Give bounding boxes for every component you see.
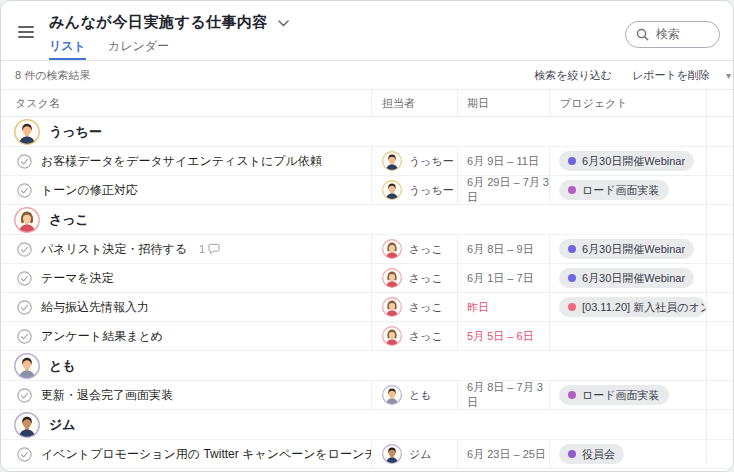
- assignee-name: うっちー: [409, 154, 454, 169]
- group-header-row[interactable]: とも: [1, 351, 733, 381]
- project-label: ロード画面実装: [582, 183, 660, 198]
- task-title[interactable]: 更新・退会完了画面実装: [41, 387, 173, 404]
- project-color-dot: [568, 450, 576, 458]
- table-row[interactable]: テーマを決定 さっこ 6月 1日 – 7日 6月30日開催Webinar: [1, 264, 733, 293]
- group-name: さっこ: [49, 211, 89, 229]
- assignee-avatar: [382, 326, 402, 346]
- chevron-down-icon[interactable]: [278, 20, 289, 27]
- due-date: 5月 5日 – 6日: [467, 329, 534, 344]
- task-title[interactable]: お客様データをデータサイエンティストにプル依頼: [41, 153, 322, 170]
- tab-list[interactable]: リスト: [49, 38, 86, 60]
- comment-count: 1: [199, 243, 220, 255]
- check-circle-icon[interactable]: [17, 300, 32, 315]
- hamburger-icon[interactable]: [18, 26, 34, 41]
- group-name: とも: [49, 357, 76, 375]
- results-toolbar: 8 件の検索結果 検索を絞り込む レポートを削除 ▾: [1, 61, 733, 90]
- column-header-due-date[interactable]: 期日: [458, 90, 550, 116]
- task-title[interactable]: パネリスト決定・招待する: [41, 241, 187, 258]
- due-date: 6月 8日 – 9日: [467, 242, 534, 257]
- check-circle-icon[interactable]: [17, 242, 32, 257]
- task-table-body: うっちー お客様データをデータサイエンティストにプル依頼 うっちー 6月 9日 …: [1, 117, 733, 469]
- group-name: ジム: [49, 416, 76, 434]
- tab-calendar[interactable]: カレンダー: [108, 38, 169, 60]
- table-row[interactable]: アンケート結果まとめ さっこ 5月 5日 – 6日: [1, 322, 733, 351]
- assignee-avatar: [14, 119, 40, 145]
- project-label: 6月30日開催Webinar: [582, 271, 685, 286]
- task-title[interactable]: イベントプロモーション用の Twitter キャンペーンをローンチ: [41, 446, 372, 463]
- due-date: 昨日: [467, 300, 489, 315]
- group-header-row[interactable]: うっちー: [1, 117, 733, 147]
- task-title[interactable]: テーマを決定: [41, 270, 114, 287]
- table-row[interactable]: 更新・退会完了画面実装 とも 6月 8日 – 7月 3日 ロード画面実装: [1, 381, 733, 410]
- assignee-name: さっこ: [409, 329, 443, 344]
- column-header-task-name[interactable]: タスク名: [1, 90, 372, 116]
- assignee-name: さっこ: [409, 300, 443, 315]
- due-date: 6月 8日 – 7月 3日: [467, 381, 549, 409]
- assignee-name: さっこ: [409, 271, 443, 286]
- table-row[interactable]: イベントプロモーション用の Twitter キャンペーンをローンチ ジム 6月 …: [1, 440, 733, 469]
- assignee-avatar: [14, 207, 40, 233]
- check-circle-icon[interactable]: [17, 271, 32, 286]
- search-icon: [636, 28, 649, 41]
- report-window: みんなが今日実施する仕事内容 リスト カレンダー 検索 8 件の検索結果 検索を…: [0, 0, 734, 472]
- check-circle-icon[interactable]: [17, 447, 32, 462]
- project-tag[interactable]: 6月30日開催Webinar: [559, 239, 694, 259]
- assignee-name: とも: [409, 388, 432, 403]
- refine-search-link[interactable]: 検索を絞り込む: [534, 68, 612, 83]
- page-title: みんなが今日実施する仕事内容: [49, 13, 268, 32]
- project-tag[interactable]: 役員会: [559, 444, 624, 464]
- column-header-project[interactable]: プロジェクト: [550, 90, 706, 116]
- search-placeholder: 検索: [656, 26, 680, 43]
- task-title[interactable]: 給与振込先情報入力: [41, 299, 149, 316]
- project-tag[interactable]: [03.11.20] 新入社員のオンボーデ…: [559, 297, 706, 317]
- table-row[interactable]: パネリスト決定・招待する 1 さっこ 6月 8日 – 9日: [1, 235, 733, 264]
- project-color-dot: [568, 274, 576, 282]
- project-tag[interactable]: ロード画面実装: [559, 180, 669, 200]
- check-circle-icon[interactable]: [17, 154, 32, 169]
- assignee-avatar: [382, 239, 402, 259]
- clipped-overflow-mark: ▾: [726, 70, 731, 81]
- project-label: ロード画面実装: [582, 388, 660, 403]
- assignee-avatar: [382, 180, 402, 200]
- project-color-dot: [568, 245, 576, 253]
- check-circle-icon[interactable]: [17, 183, 32, 198]
- task-title[interactable]: アンケート結果まとめ: [41, 328, 163, 345]
- project-label: 役員会: [582, 447, 615, 462]
- check-circle-icon[interactable]: [17, 329, 32, 344]
- project-color-dot: [568, 186, 576, 194]
- assignee-name: ジム: [409, 447, 432, 462]
- group-header-row[interactable]: ジム: [1, 410, 733, 440]
- due-date: 6月 1日 – 7日: [467, 271, 534, 286]
- header: みんなが今日実施する仕事内容 リスト カレンダー 検索: [1, 1, 733, 61]
- assignee-avatar: [14, 353, 40, 379]
- due-date: 6月 23日 – 25日: [467, 447, 546, 462]
- assignee-name: うっちー: [409, 183, 454, 198]
- table-row[interactable]: 給与振込先情報入力 さっこ 昨日 [03.11.20] 新入社員のオンボーデ…: [1, 293, 733, 322]
- results-count: 8 件の検索結果: [15, 68, 90, 83]
- project-label: 6月30日開催Webinar: [582, 154, 685, 169]
- project-tag[interactable]: 6月30日開催Webinar: [559, 151, 694, 171]
- search-input[interactable]: 検索: [625, 21, 720, 48]
- project-tag[interactable]: 6月30日開催Webinar: [559, 268, 694, 288]
- assignee-avatar: [14, 412, 40, 438]
- due-date: 6月 9日 – 11日: [467, 154, 539, 169]
- project-tag[interactable]: ロード画面実装: [559, 385, 669, 405]
- table-row[interactable]: トーンの修正対応 うっちー 6月 29日 – 7月 3日 ロード画面実装: [1, 176, 733, 205]
- assignee-avatar: [382, 297, 402, 317]
- assignee-name: さっこ: [409, 242, 443, 257]
- project-label: 6月30日開催Webinar: [582, 242, 685, 257]
- view-tabs: リスト カレンダー: [49, 38, 169, 60]
- delete-report-link[interactable]: レポートを削除: [632, 68, 710, 83]
- comment-bubble-icon: [208, 243, 220, 255]
- column-header-row: タスク名 担当者 期日 プロジェクト: [1, 90, 733, 117]
- assignee-avatar: [382, 268, 402, 288]
- column-header-assignee[interactable]: 担当者: [372, 90, 458, 116]
- project-color-dot: [568, 303, 576, 311]
- project-color-dot: [568, 391, 576, 399]
- check-circle-icon[interactable]: [17, 388, 32, 403]
- table-row[interactable]: お客様データをデータサイエンティストにプル依頼 うっちー 6月 9日 – 11日…: [1, 147, 733, 176]
- project-label: [03.11.20] 新入社員のオンボーデ…: [582, 300, 706, 315]
- group-header-row[interactable]: さっこ: [1, 205, 733, 235]
- project-color-dot: [568, 157, 576, 165]
- task-title[interactable]: トーンの修正対応: [41, 182, 138, 199]
